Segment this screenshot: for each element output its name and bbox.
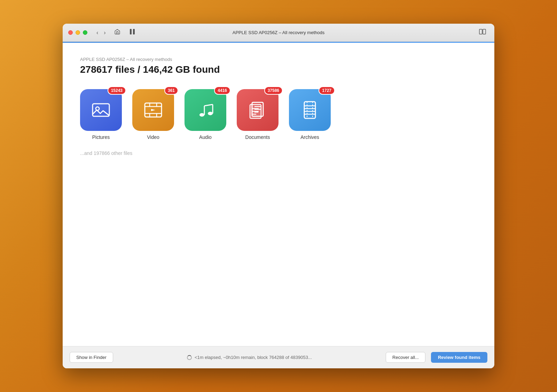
video-icon xyxy=(132,89,174,131)
svg-marker-13 xyxy=(151,109,155,111)
documents-icon xyxy=(237,89,278,131)
home-button[interactable] xyxy=(111,28,123,37)
review-found-items-button[interactable]: Review found items xyxy=(431,352,487,363)
status-bar: <1m elapsed, ~0h10m remain, block 764288… xyxy=(119,355,380,360)
pictures-badge: 15243 xyxy=(108,86,126,95)
svg-point-15 xyxy=(208,112,213,115)
maximize-button[interactable] xyxy=(83,30,87,35)
video-label: Video xyxy=(147,134,159,140)
spinner-icon xyxy=(187,355,192,360)
category-pictures[interactable]: 15243 Pictures xyxy=(80,89,122,140)
main-content: APPLE SSD AP0256Z – All recovery methods… xyxy=(63,43,494,346)
pause-button[interactable] xyxy=(127,28,138,37)
svg-rect-4 xyxy=(93,104,109,116)
archives-label: Archives xyxy=(300,134,319,140)
pictures-label: Pictures xyxy=(92,134,110,140)
reader-button[interactable] xyxy=(476,28,489,37)
forward-button[interactable]: › xyxy=(102,29,108,37)
archives-icon xyxy=(289,89,331,131)
archives-badge: 1727 xyxy=(319,86,335,95)
categories-row: 15243 Pictures xyxy=(80,89,477,140)
other-files-text: ...and 197866 other files xyxy=(80,150,477,156)
svg-rect-27 xyxy=(304,102,315,118)
titlebar: ‹ › APPLE SSD AP0256Z – All recovery met… xyxy=(63,24,494,42)
titlebar-right xyxy=(476,28,489,37)
archives-icon-wrapper: 1727 xyxy=(289,89,331,131)
audio-badge: 4416 xyxy=(214,86,230,95)
category-audio[interactable]: 4416 Audio xyxy=(185,89,226,140)
svg-rect-1 xyxy=(133,29,135,34)
svg-rect-2 xyxy=(479,29,482,34)
svg-rect-0 xyxy=(130,29,132,34)
show-in-finder-button[interactable]: Show in Finder xyxy=(70,352,113,363)
breadcrumb: APPLE SSD AP0256Z – All recovery methods xyxy=(80,57,477,62)
documents-badge: 37586 xyxy=(264,86,283,95)
recover-all-button[interactable]: Recover all... xyxy=(386,352,425,363)
nav-buttons: ‹ › xyxy=(94,29,108,37)
video-badge: 361 xyxy=(164,86,178,95)
page-title: 278617 files / 146,42 GB found xyxy=(80,64,477,75)
back-button[interactable]: ‹ xyxy=(94,29,100,37)
video-icon-wrapper: 361 xyxy=(132,89,174,131)
close-button[interactable] xyxy=(68,30,73,35)
category-video[interactable]: 361 Video xyxy=(132,89,174,140)
app-window: ‹ › APPLE SSD AP0256Z – All recovery met… xyxy=(63,24,494,368)
pictures-icon-wrapper: 15243 xyxy=(80,89,122,131)
documents-icon-wrapper: 37586 xyxy=(237,89,278,131)
minimize-button[interactable] xyxy=(76,30,80,35)
svg-rect-3 xyxy=(483,29,486,34)
category-archives[interactable]: 1727 Archives xyxy=(289,89,331,140)
footer: Show in Finder <1m elapsed, ~0h10m remai… xyxy=(63,346,494,368)
audio-icon-wrapper: 4416 xyxy=(185,89,226,131)
audio-icon xyxy=(185,89,226,131)
window-title: APPLE SSD AP0256Z – All recovery methods xyxy=(233,30,324,35)
category-documents[interactable]: 37586 Documents xyxy=(237,89,278,140)
audio-label: Audio xyxy=(199,134,212,140)
svg-point-14 xyxy=(199,113,204,117)
status-text: <1m elapsed, ~0h10m remain, block 764288… xyxy=(195,355,312,360)
traffic-lights xyxy=(68,30,87,35)
documents-label: Documents xyxy=(245,134,270,140)
pictures-icon xyxy=(80,89,122,131)
svg-line-18 xyxy=(204,104,213,106)
